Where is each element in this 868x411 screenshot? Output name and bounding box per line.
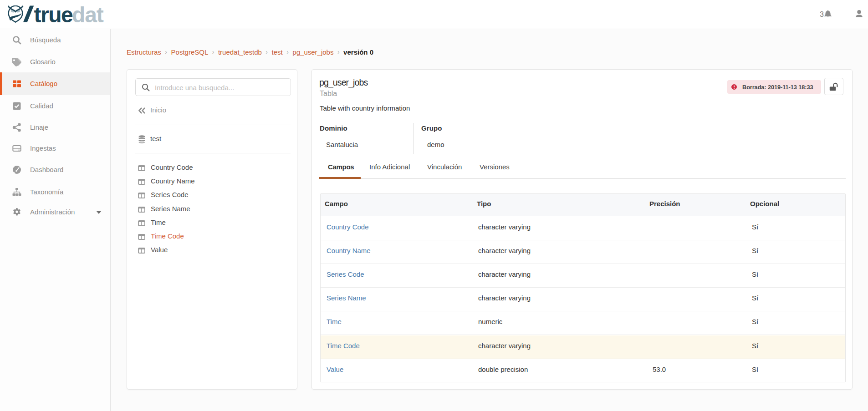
svg-text:dat: dat [72, 5, 104, 25]
svg-text:true: true [34, 5, 73, 25]
